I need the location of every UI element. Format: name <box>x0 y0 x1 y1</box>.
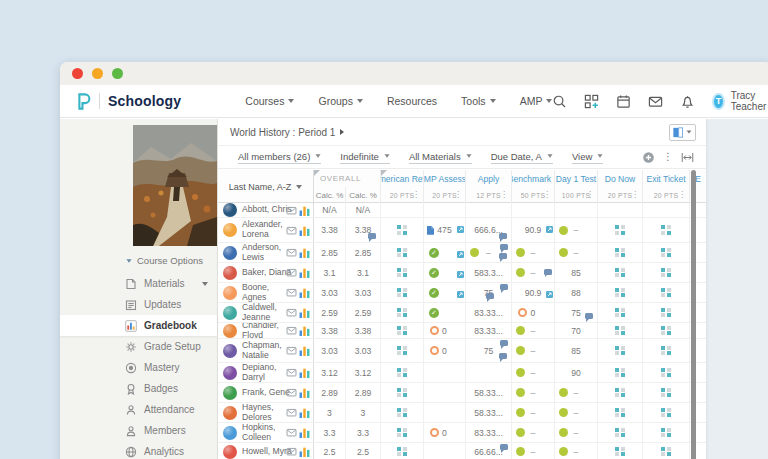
external-grade-icon[interactable] <box>546 284 553 291</box>
assignment-header-benchmark-1[interactable]: Benchmark 1 <box>512 170 555 187</box>
grade-cell[interactable] <box>381 443 424 459</box>
grade-cell[interactable]: – <box>466 243 512 262</box>
nav-item-amp[interactable]: AMP <box>520 95 553 107</box>
grade-cell[interactable] <box>381 403 424 422</box>
comment-bubble-icon[interactable] <box>500 244 508 250</box>
external-grade-icon[interactable] <box>457 244 464 251</box>
student-name-cell[interactable]: Depiano, Darryl <box>218 363 314 382</box>
grade-cell[interactable]: 475 <box>424 218 466 242</box>
column-menu-icon[interactable]: ⋮ <box>586 191 594 199</box>
grade-cell[interactable] <box>381 423 424 442</box>
filter-view[interactable]: View <box>572 151 603 164</box>
grade-cell[interactable]: 0 <box>424 423 466 442</box>
grade-cell[interactable] <box>643 303 690 322</box>
grade-cell[interactable] <box>598 323 643 338</box>
grade-cell[interactable] <box>643 339 690 362</box>
grade-cell[interactable] <box>381 339 424 362</box>
schoology-logo[interactable]: Schoology <box>76 92 181 111</box>
student-name-cell[interactable]: Anderson, Lewis <box>218 243 314 262</box>
grade-cell[interactable]: 666.6... <box>466 218 512 242</box>
student-stats-icon[interactable] <box>299 307 310 318</box>
grade-cell[interactable]: – <box>512 403 555 422</box>
grade-cell[interactable]: 83.33... <box>466 303 512 322</box>
student-stats-icon[interactable] <box>299 267 310 278</box>
assignment-header-day-1-test[interactable]: Day 1 Test <box>555 170 598 187</box>
column-menu-icon[interactable]: ⋮ <box>412 191 420 199</box>
grade-cell[interactable] <box>381 218 424 242</box>
column-menu-icon[interactable]: ⋮ <box>543 191 551 199</box>
comment-bubble-icon[interactable] <box>368 233 376 239</box>
grade-cell[interactable]: ✓ <box>424 263 466 282</box>
assignment-header-apply[interactable]: Apply <box>466 170 512 187</box>
grade-cell[interactable] <box>643 423 690 442</box>
window-minimize-button[interactable] <box>92 68 103 79</box>
grade-cell[interactable]: 0 <box>424 323 466 338</box>
student-name-cell[interactable]: Howell, Myra <box>218 443 314 459</box>
send-message-icon[interactable] <box>286 325 297 336</box>
grade-cell[interactable] <box>381 283 424 302</box>
nav-item-groups[interactable]: Groups <box>318 95 362 107</box>
grade-cell[interactable] <box>381 203 424 217</box>
grade-cell[interactable] <box>424 443 466 459</box>
assignment-header-american-rev[interactable]: American Rev.. <box>381 170 424 187</box>
assignment-header-amp-assess[interactable]: AMP Assess.. <box>424 170 466 187</box>
grade-cell[interactable]: 583.3... <box>466 263 512 282</box>
grade-cell[interactable]: 0 <box>424 339 466 362</box>
student-name-cell[interactable]: Haynes, Delores <box>218 403 314 422</box>
grade-cell[interactable] <box>643 203 690 217</box>
column-menu-icon[interactable]: ⋮ <box>678 191 686 199</box>
column-menu-icon[interactable]: ⋮ <box>500 191 508 199</box>
student-stats-icon[interactable] <box>299 225 310 236</box>
grade-cell[interactable] <box>598 243 643 262</box>
grade-cell[interactable]: 70 <box>555 323 598 338</box>
grade-cell[interactable]: – <box>512 323 555 338</box>
grade-cell[interactable]: 90.9 <box>512 283 555 302</box>
grade-cell[interactable] <box>424 383 466 402</box>
window-zoom-button[interactable] <box>112 68 123 79</box>
grade-cell[interactable] <box>643 383 690 402</box>
grade-cell[interactable]: – <box>512 383 555 402</box>
grid-view-toggle-button[interactable] <box>669 124 696 141</box>
user-menu[interactable]: T Tracy Teacher <box>712 90 768 112</box>
grade-cell[interactable] <box>466 203 512 217</box>
grade-cell[interactable] <box>643 218 690 242</box>
grade-cell[interactable] <box>381 303 424 322</box>
student-stats-icon[interactable] <box>299 287 310 298</box>
grade-cell[interactable]: 75 <box>466 339 512 362</box>
grade-cell[interactable] <box>643 283 690 302</box>
comment-bubble-icon[interactable] <box>585 313 593 319</box>
grade-cell[interactable] <box>643 363 690 382</box>
sidebar-item-members[interactable]: Members <box>60 420 217 441</box>
grade-cell[interactable] <box>598 383 643 402</box>
grade-cell[interactable]: – <box>512 443 555 459</box>
grade-cell[interactable]: ✓ <box>424 303 466 322</box>
grade-cell[interactable] <box>598 303 643 322</box>
sidebar-item-mastery[interactable]: Mastery <box>60 357 217 378</box>
student-name-cell[interactable]: Chandler, Floyd <box>218 323 314 338</box>
grade-cell[interactable]: – <box>555 243 598 262</box>
sidebar-item-attendance[interactable]: Attendance <box>60 399 217 420</box>
send-message-icon[interactable] <box>286 267 297 278</box>
student-stats-icon[interactable] <box>299 407 310 418</box>
filter-indefinite[interactable]: Indefinite <box>340 151 390 164</box>
send-message-icon[interactable] <box>286 345 297 356</box>
grade-cell[interactable]: 85 <box>555 263 598 282</box>
grade-cell[interactable] <box>643 403 690 422</box>
student-name-cell[interactable]: Alexander, Lorena <box>218 218 314 242</box>
grade-cell[interactable] <box>555 203 598 217</box>
sidebar-item-analytics[interactable]: Analytics <box>60 441 217 459</box>
grade-cell[interactable] <box>424 403 466 422</box>
grade-cell[interactable] <box>598 283 643 302</box>
grade-cell[interactable] <box>381 263 424 282</box>
comment-bubble-icon[interactable] <box>499 233 507 239</box>
grade-cell[interactable]: – <box>555 383 598 402</box>
send-message-icon[interactable] <box>286 367 297 378</box>
comment-bubble-icon[interactable] <box>499 253 507 259</box>
search-icon[interactable] <box>552 94 567 109</box>
grade-cell[interactable]: – <box>512 263 555 282</box>
send-message-icon[interactable] <box>286 225 297 236</box>
student-name-cell[interactable]: Boone, Agnes <box>218 283 314 302</box>
grade-cell[interactable] <box>466 363 512 382</box>
student-name-cell[interactable]: Abbott, Chris <box>218 203 314 217</box>
nav-item-resources[interactable]: Resources <box>387 95 437 107</box>
